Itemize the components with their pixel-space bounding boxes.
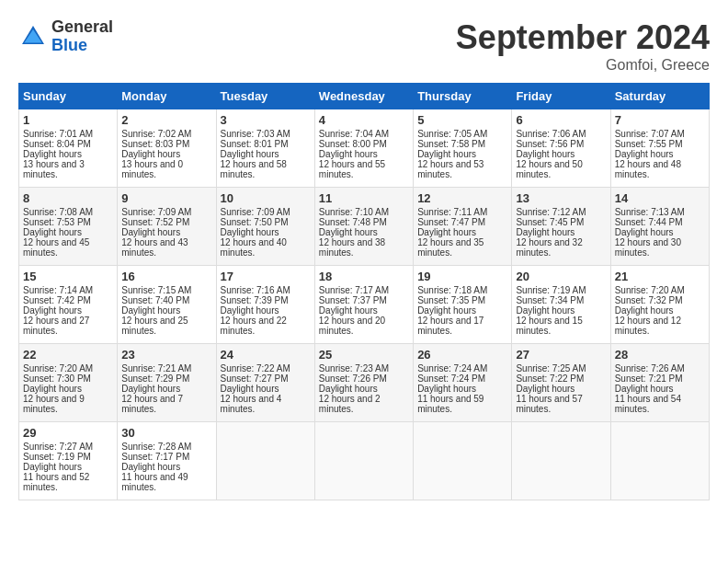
day-number: 11 [319, 191, 409, 205]
daylight-label: Daylight hours [121, 149, 180, 159]
sunrise-label: Sunrise: 7:19 AM [516, 285, 586, 295]
daylight-value: 12 hours and 22 minutes. [221, 316, 287, 336]
daylight-value: 12 hours and 20 minutes. [319, 316, 385, 336]
sunset-label: Sunset: 7:45 PM [516, 217, 584, 227]
table-row: 20 Sunrise: 7:19 AM Sunset: 7:34 PM Dayl… [512, 266, 610, 344]
daylight-label: Daylight hours [23, 149, 82, 159]
sunset-label: Sunset: 7:42 PM [23, 295, 91, 305]
table-row: 22 Sunrise: 7:20 AM Sunset: 7:30 PM Dayl… [19, 344, 118, 422]
sunset-label: Sunset: 8:03 PM [121, 139, 189, 149]
daylight-value: 12 hours and 4 minutes. [221, 394, 282, 414]
table-row: 24 Sunrise: 7:22 AM Sunset: 7:27 PM Dayl… [216, 344, 314, 422]
sunrise-label: Sunrise: 7:11 AM [417, 207, 487, 217]
sunrise-label: Sunrise: 7:25 AM [516, 363, 586, 373]
sunrise-label: Sunrise: 7:07 AM [615, 129, 685, 139]
daylight-value: 12 hours and 53 minutes. [417, 159, 483, 179]
location: Gomfoi, Greece [456, 57, 710, 74]
daylight-value: 12 hours and 27 minutes. [23, 316, 89, 336]
sunrise-label: Sunrise: 7:09 AM [221, 207, 290, 217]
daylight-label: Daylight hours [121, 227, 180, 237]
sunrise-label: Sunrise: 7:22 AM [221, 363, 290, 373]
sunrise-label: Sunrise: 7:01 AM [23, 129, 93, 139]
sunrise-label: Sunrise: 7:09 AM [121, 207, 191, 217]
day-number: 17 [221, 270, 311, 283]
table-row: 13 Sunrise: 7:12 AM Sunset: 7:45 PM Dayl… [512, 188, 610, 266]
daylight-value: 12 hours and 25 minutes. [121, 316, 188, 336]
sunset-label: Sunset: 8:04 PM [23, 139, 91, 149]
daylight-value: 11 hours and 59 minutes. [417, 394, 483, 414]
daylight-value: 12 hours and 55 minutes. [319, 159, 385, 179]
table-row: 23 Sunrise: 7:21 AM Sunset: 7:29 PM Dayl… [118, 344, 216, 422]
day-number: 9 [121, 191, 211, 205]
table-row: 25 Sunrise: 7:23 AM Sunset: 7:26 PM Dayl… [314, 344, 413, 422]
daylight-value: 12 hours and 40 minutes. [221, 237, 287, 258]
sunset-label: Sunset: 7:22 PM [516, 373, 584, 384]
sunset-label: Sunset: 7:40 PM [121, 295, 189, 305]
sunrise-label: Sunrise: 7:26 AM [615, 363, 685, 373]
day-number: 3 [221, 113, 311, 127]
table-row: 10 Sunrise: 7:09 AM Sunset: 7:50 PM Dayl… [216, 188, 314, 266]
sunset-label: Sunset: 7:37 PM [319, 295, 387, 305]
daylight-label: Daylight hours [319, 305, 378, 316]
day-number: 29 [23, 426, 113, 440]
day-number: 18 [319, 270, 409, 283]
day-number: 12 [417, 191, 507, 205]
daylight-label: Daylight hours [121, 384, 180, 394]
table-row: 11 Sunrise: 7:10 AM Sunset: 7:48 PM Dayl… [314, 188, 413, 266]
table-row: 19 Sunrise: 7:18 AM Sunset: 7:35 PM Dayl… [414, 266, 512, 344]
daylight-value: 12 hours and 30 minutes. [615, 237, 681, 258]
sunrise-label: Sunrise: 7:10 AM [319, 207, 389, 217]
sunset-label: Sunset: 7:55 PM [615, 139, 683, 149]
daylight-value: 12 hours and 50 minutes. [516, 159, 582, 179]
day-number: 28 [615, 348, 705, 362]
table-row: 16 Sunrise: 7:15 AM Sunset: 7:40 PM Dayl… [118, 266, 216, 344]
sunrise-label: Sunrise: 7:12 AM [516, 207, 586, 217]
sunset-label: Sunset: 7:34 PM [516, 295, 584, 305]
daylight-value: 13 hours and 0 minutes. [121, 159, 183, 179]
table-row: 27 Sunrise: 7:25 AM Sunset: 7:22 PM Dayl… [512, 344, 610, 422]
col-tuesday: Tuesday [216, 84, 314, 109]
daylight-label: Daylight hours [23, 305, 82, 316]
daylight-value: 11 hours and 49 minutes. [121, 472, 188, 492]
day-number: 20 [516, 270, 606, 283]
logo-blue: Blue [51, 36, 87, 54]
daylight-label: Daylight hours [516, 227, 574, 237]
daylight-label: Daylight hours [516, 384, 574, 394]
calendar-week-3: 15 Sunrise: 7:14 AM Sunset: 7:42 PM Dayl… [19, 266, 710, 344]
sunset-label: Sunset: 7:58 PM [417, 139, 485, 149]
daylight-label: Daylight hours [221, 384, 279, 394]
logo-general: General [51, 17, 113, 36]
sunrise-label: Sunrise: 7:23 AM [319, 363, 389, 373]
sunset-label: Sunset: 8:00 PM [319, 139, 387, 149]
daylight-label: Daylight hours [417, 227, 476, 237]
daylight-label: Daylight hours [23, 227, 82, 237]
calendar-week-4: 22 Sunrise: 7:20 AM Sunset: 7:30 PM Dayl… [19, 344, 710, 422]
sunset-label: Sunset: 7:29 PM [121, 373, 189, 384]
sunrise-label: Sunrise: 7:08 AM [23, 207, 93, 217]
table-row [314, 422, 413, 500]
table-row: 9 Sunrise: 7:09 AM Sunset: 7:52 PM Dayli… [118, 188, 216, 266]
table-row [216, 422, 314, 500]
col-monday: Monday [118, 84, 216, 109]
daylight-value: 12 hours and 58 minutes. [221, 159, 287, 179]
day-number: 4 [319, 113, 409, 127]
daylight-label: Daylight hours [615, 305, 674, 316]
daylight-label: Daylight hours [319, 227, 378, 237]
sunset-label: Sunset: 7:19 PM [23, 452, 91, 462]
table-row: 15 Sunrise: 7:14 AM Sunset: 7:42 PM Dayl… [19, 266, 118, 344]
sunset-label: Sunset: 7:44 PM [615, 217, 683, 227]
table-row: 8 Sunrise: 7:08 AM Sunset: 7:53 PM Dayli… [19, 188, 118, 266]
day-number: 6 [516, 113, 606, 127]
daylight-value: 12 hours and 35 minutes. [417, 237, 483, 258]
table-row: 12 Sunrise: 7:11 AM Sunset: 7:47 PM Dayl… [414, 188, 512, 266]
sunset-label: Sunset: 7:56 PM [516, 139, 584, 149]
col-friday: Friday [512, 84, 610, 109]
sunset-label: Sunset: 7:52 PM [121, 217, 189, 227]
sunset-label: Sunset: 7:35 PM [417, 295, 485, 305]
sunset-label: Sunset: 7:27 PM [221, 373, 289, 384]
calendar-header-row: Sunday Monday Tuesday Wednesday Thursday… [19, 84, 710, 109]
sunrise-label: Sunrise: 7:17 AM [319, 285, 389, 295]
col-saturday: Saturday [610, 84, 709, 109]
daylight-label: Daylight hours [417, 305, 476, 316]
daylight-value: 12 hours and 48 minutes. [615, 159, 681, 179]
